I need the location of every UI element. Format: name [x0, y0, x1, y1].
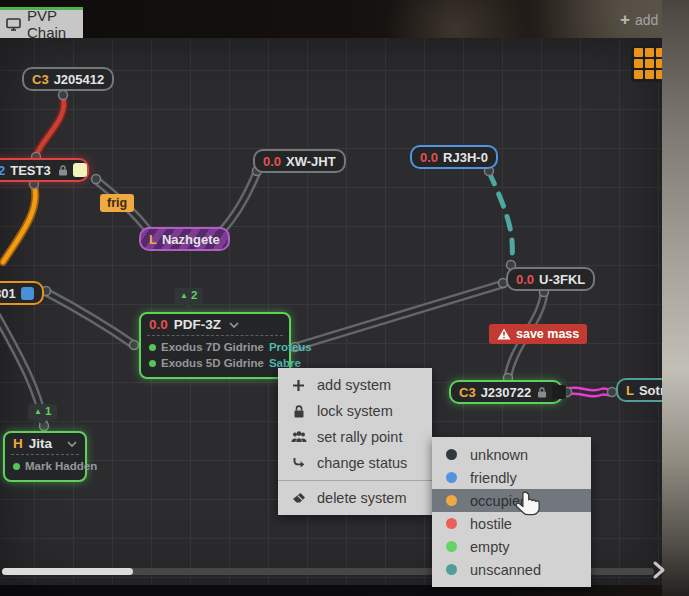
system-name: U-3FKL — [539, 272, 585, 287]
system-name: Sotrenz — [639, 383, 662, 398]
system-class: L — [626, 383, 634, 398]
status-square-dark — [552, 385, 566, 399]
system-node-801[interactable]: 801 — [0, 281, 44, 305]
pilot-row: Exodus 5D Gidrine Sabre — [149, 355, 281, 371]
curved-arrow-icon — [290, 457, 307, 469]
system-name: Jita — [29, 436, 52, 451]
lock-icon — [58, 165, 68, 176]
menu-separator — [278, 480, 432, 481]
status-item-empty[interactable]: empty — [432, 535, 591, 558]
eraser-icon — [290, 492, 307, 504]
ship-type: Proteus — [269, 341, 312, 353]
space-background-right — [662, 0, 689, 596]
system-node-j230722[interactable]: C3 J230722 — [449, 380, 563, 404]
arrow-up-icon: ▲ — [34, 408, 42, 416]
menu-item-change-status[interactable]: change status — [278, 450, 432, 476]
system-node-rj3h-0[interactable]: 0.0 RJ3H-0 — [410, 145, 498, 169]
system-name: PDF-3Z — [174, 317, 221, 332]
status-dot-icon — [446, 518, 457, 529]
status-submenu: unknown friendly occupied hostile empty … — [432, 437, 591, 587]
system-name: XW-JHT — [286, 154, 336, 169]
users-icon — [290, 431, 307, 443]
system-node-xw-jht[interactable]: 0.0 XW-JHT — [253, 149, 346, 173]
tab-label: PVP Chain — [27, 7, 83, 41]
status-square-blue — [21, 287, 34, 300]
system-node-j205412[interactable]: C3 J205412 — [22, 67, 114, 91]
arrow-up-icon: ▲ — [180, 292, 188, 300]
system-node-jita[interactable]: H Jita Mark Hadden — [3, 431, 87, 482]
divider — [147, 335, 283, 336]
status-item-unknown[interactable]: unknown — [432, 443, 591, 466]
frig-connection-label: frig — [100, 194, 134, 212]
system-security: 0.0 — [516, 272, 534, 287]
grid-layout-button[interactable] — [631, 45, 662, 82]
scroll-right-chevron-icon[interactable] — [652, 560, 666, 584]
status-dot-icon — [446, 449, 457, 460]
system-name: 801 — [0, 286, 16, 301]
pilot-name: Mark Hadden — [25, 460, 97, 472]
system-name: TEST3 — [10, 163, 50, 178]
plus-icon: + — [620, 11, 630, 28]
space-background-top — [0, 0, 689, 38]
monitor-icon — [6, 18, 21, 31]
status-dot-icon — [446, 564, 457, 575]
tab-pvp-chain[interactable]: PVP Chain — [0, 7, 83, 38]
pilot-count-badge: ▲ 2 — [174, 288, 203, 304]
system-name: J205412 — [54, 72, 105, 87]
add-label: add — [635, 12, 658, 28]
system-name: J230722 — [481, 385, 532, 400]
system-node-u-3fkl[interactable]: 0.0 U-3FKL — [506, 267, 595, 291]
warning-icon — [497, 328, 511, 340]
chevron-down-icon[interactable] — [229, 322, 239, 328]
chevron-down-icon[interactable] — [67, 441, 77, 447]
pilot-name: Exodus 5D Gidrine — [161, 357, 264, 369]
status-item-hostile[interactable]: hostile — [432, 512, 591, 535]
system-node-nazhgete[interactable]: L Nazhgete — [139, 227, 230, 251]
menu-item-delete-system[interactable]: delete system — [278, 485, 432, 511]
status-dot-icon — [446, 472, 457, 483]
online-dot-icon — [13, 463, 20, 470]
system-node-pdf-3z[interactable]: 0.0 PDF-3Z Exodus 7D Gidrine Proteus Exo… — [139, 312, 291, 379]
system-node-sotrenz[interactable]: L Sotrenz — [616, 378, 662, 402]
pathfinder-app: PVP Chain + add — [0, 0, 689, 596]
system-class: H — [13, 436, 23, 451]
status-dot-icon — [446, 495, 457, 506]
system-security: 0.0 — [149, 317, 168, 332]
system-node-test3[interactable]: 2 TEST3 — [0, 158, 89, 182]
pilot-name: Exodus 7D Gidrine — [161, 341, 264, 353]
online-dot-icon — [149, 344, 156, 351]
horizontal-scrollbar-thumb[interactable] — [2, 568, 133, 575]
add-map-button[interactable]: + add — [620, 11, 658, 28]
divider — [11, 454, 79, 455]
system-class: C3 — [32, 72, 49, 87]
menu-item-lock-system[interactable]: lock system — [278, 398, 432, 424]
menu-item-set-rally-point[interactable]: set rally point — [278, 424, 432, 450]
status-item-unscanned[interactable]: unscanned — [432, 558, 591, 581]
status-square-yellow — [73, 163, 87, 177]
status-item-occupied[interactable]: occupied — [432, 489, 591, 512]
pilot-row: Exodus 7D Gidrine Proteus — [149, 339, 281, 355]
system-security: 0.0 — [420, 150, 438, 165]
system-class: L — [149, 232, 157, 247]
pilot-row: Mark Hadden — [13, 458, 77, 474]
system-name: RJ3H-0 — [443, 150, 488, 165]
online-dot-icon — [149, 360, 156, 367]
status-item-friendly[interactable]: friendly — [432, 466, 591, 489]
status-dot-icon — [446, 541, 457, 552]
system-security: 0.0 — [263, 154, 281, 169]
lock-icon — [290, 405, 307, 418]
system-class: C3 — [459, 385, 476, 400]
lock-icon — [537, 387, 547, 398]
system-context-menu: add system lock system set rally point c… — [278, 368, 432, 515]
system-name: Nazhgete — [162, 232, 220, 247]
pilot-count-badge: ▲ 1 — [28, 404, 57, 420]
plus-icon — [290, 379, 307, 392]
system-prefix: 2 — [0, 163, 5, 178]
save-mass-badge: save mass — [489, 324, 587, 344]
menu-item-add-system[interactable]: add system — [278, 372, 432, 398]
